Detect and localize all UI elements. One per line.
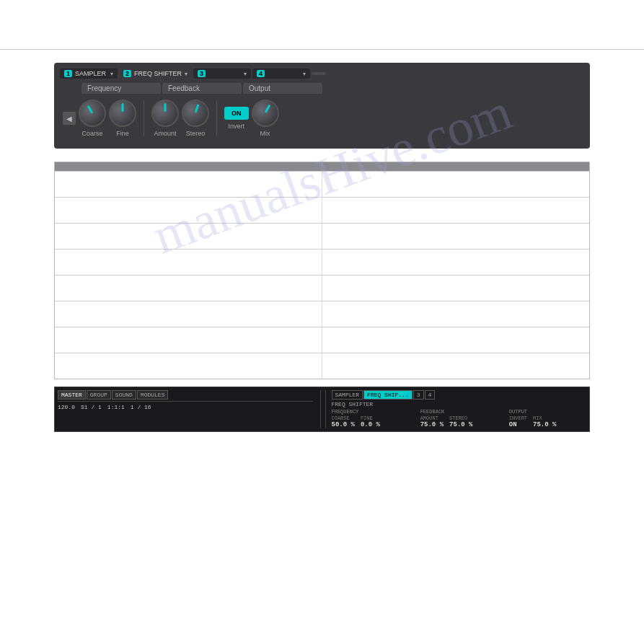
bp-tab-group[interactable]: GROUP	[87, 390, 111, 400]
bp-feedback-params: AMOUNT 75.0 % STEREO 75.0 %	[420, 415, 498, 428]
bp-val-step: 1 / 16	[131, 404, 151, 410]
bp-layout: MASTER GROUP SOUND MODULES 120.0 S1 / 1 …	[58, 390, 586, 428]
bp-section-output: OUTPUT INVERT ON MIX 75.0 %	[509, 409, 586, 428]
tab-3[interactable]: 3 ▾	[193, 69, 251, 79]
knob-stereo-label: Stereo	[186, 130, 206, 137]
tab-sampler[interactable]: 1 SAMPLER ▾	[60, 69, 118, 79]
plugin-panel: 1 SAMPLER ▾ 2 FREQ SHIFTER ▾ 3 ▾ 4 ▾ Fre…	[54, 63, 590, 149]
bp-tab-right-4[interactable]: 4	[425, 390, 436, 400]
bp-mix-val: 75.0 %	[533, 421, 556, 428]
tab-arrow-1: ▾	[110, 71, 113, 77]
knob-coarse-label: Coarse	[81, 130, 102, 137]
table-row	[55, 327, 589, 353]
tab-arrow-4: ▾	[303, 71, 306, 77]
bp-tab-right-sampler[interactable]: SAMPLER	[332, 390, 363, 400]
knob-group-amount: Amount	[151, 100, 179, 137]
invert-button[interactable]: ON	[224, 107, 249, 120]
bp-freq-params: COARSE 50.0 % FINE 0.0 %	[332, 415, 409, 428]
tab-end	[312, 72, 326, 75]
knob-mix[interactable]	[252, 100, 279, 127]
tab-4[interactable]: 4 ▾	[252, 69, 310, 79]
bp-left: MASTER GROUP SOUND MODULES 120.0 S1 / 1 …	[58, 390, 316, 428]
bp-separator	[320, 390, 321, 428]
table-cell	[55, 353, 322, 379]
knob-group-stereo: Stereo	[182, 100, 209, 137]
knob-fine[interactable]	[109, 100, 136, 127]
table-row	[55, 275, 589, 301]
table-row	[55, 171, 589, 197]
knob-group-mix: Mix	[252, 100, 279, 137]
table-header	[55, 162, 589, 171]
bp-freq-title: FREQUENCY	[332, 409, 409, 415]
back-button[interactable]: ◀	[63, 112, 76, 125]
bp-right: SAMPLER FREQ SHIF... 3 4 FREQ SHIFTER FR…	[325, 390, 587, 428]
section-output: Output	[243, 83, 322, 94]
knob-group-invert: ON Invert	[224, 107, 249, 130]
bp-section-feedback: FEEDBACK AMOUNT 75.0 % STEREO 75.0 %	[420, 409, 498, 428]
bp-tab-right-3[interactable]: 3	[413, 390, 424, 400]
bp-param-invert: INVERT ON	[509, 415, 527, 428]
knob-amount-label: Amount	[154, 130, 176, 137]
bp-amount-label: AMOUNT	[420, 415, 444, 421]
table-header-col2	[322, 162, 589, 171]
table-cell	[322, 250, 589, 275]
bp-values: 120.0 S1 / 1 1:1:1 1 / 16	[58, 404, 313, 410]
controls-row: ◀ Coarse Fine Amount Stereo ON Invert	[60, 97, 584, 143]
table-cell	[322, 275, 589, 301]
bp-tab-right-freqshif[interactable]: FREQ SHIF...	[363, 390, 413, 400]
bp-output-title: OUTPUT	[509, 409, 586, 415]
knob-group-fine: Fine	[109, 100, 136, 137]
bp-tab-sound[interactable]: SOUND	[112, 390, 136, 400]
bp-coarse-val: 50.0 %	[332, 421, 355, 428]
bp-feedback-title: FEEDBACK	[420, 409, 498, 415]
bp-module-name: FREQ SHIFTER	[332, 401, 587, 407]
bp-tab-modules[interactable]: MODULES	[137, 390, 169, 400]
bp-fine-val: 0.0 %	[361, 421, 380, 428]
knob-amount[interactable]	[151, 100, 179, 127]
bp-mix-label: MIX	[533, 415, 556, 421]
bottom-panel: MASTER GROUP SOUND MODULES 120.0 S1 / 1 …	[54, 387, 590, 432]
tab-arrow-3: ▾	[244, 71, 247, 77]
tab-num-2: 2	[123, 70, 131, 77]
bp-param-amount: AMOUNT 75.0 %	[420, 415, 444, 428]
table-cell	[55, 275, 322, 301]
tab-num-4: 4	[257, 70, 265, 77]
table-row	[55, 223, 589, 249]
bp-val-bpm: 120.0	[58, 404, 75, 410]
bp-fine-label: FINE	[361, 415, 380, 421]
bp-invert-val: ON	[509, 421, 527, 428]
bp-section-row: FREQUENCY COARSE 50.0 % FINE 0.0 %	[332, 409, 587, 428]
table-row	[55, 301, 589, 327]
tab-arrow-2: ▾	[185, 71, 188, 77]
bp-val-group: S1 / 1	[81, 404, 102, 410]
parameter-table	[54, 162, 590, 379]
knob-mix-label: Mix	[260, 130, 270, 137]
table-row	[55, 249, 589, 275]
top-divider	[0, 49, 644, 50]
bp-stereo-label: STEREO	[449, 415, 472, 421]
bp-output-params: INVERT ON MIX 75.0 %	[509, 415, 586, 428]
table-cell	[55, 250, 322, 275]
bp-amount-val: 75.0 %	[420, 421, 444, 428]
tab-num-1: 1	[64, 70, 72, 77]
table-cell	[322, 327, 589, 353]
bp-tab-master[interactable]: MASTER	[58, 390, 86, 400]
bp-invert-label: INVERT	[509, 415, 527, 421]
bp-right-tabs: SAMPLER FREQ SHIF... 3 4	[332, 390, 587, 400]
section-labels: Frequency Feedback Output	[60, 83, 584, 94]
bp-param-stereo: STEREO 75.0 %	[449, 415, 472, 428]
table-cell	[55, 327, 322, 353]
tab-label-freq-shifter: FREQ SHIFTER	[134, 70, 182, 77]
bp-coarse-label: COARSE	[332, 415, 355, 421]
tab-num-3: 3	[198, 70, 206, 77]
knob-stereo[interactable]	[182, 100, 209, 127]
invert-label: Invert	[228, 123, 244, 130]
table-row	[55, 197, 589, 223]
table-cell	[55, 224, 322, 249]
bp-val-position: 1:1:1	[107, 404, 125, 410]
table-cell	[55, 301, 322, 327]
tab-freq-shifter[interactable]: 2 FREQ SHIFTER ▾	[119, 69, 192, 79]
table-cell	[55, 198, 322, 223]
section-frequency: Frequency	[81, 83, 161, 94]
knob-coarse[interactable]	[79, 100, 106, 127]
